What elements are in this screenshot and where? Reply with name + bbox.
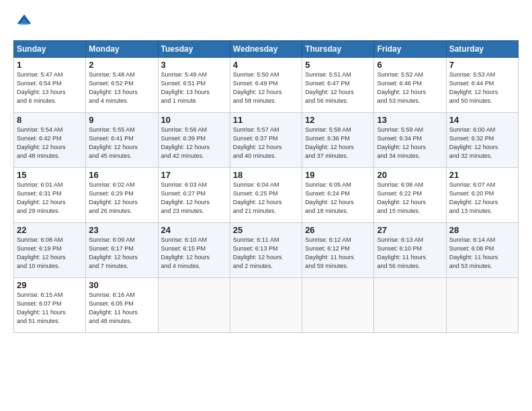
day-number: 30 (89, 280, 154, 290)
calendar-cell: 24Sunrise: 6:10 AMSunset: 6:15 PMDayligh… (158, 223, 230, 278)
calendar-cell: 2Sunrise: 5:48 AMSunset: 6:52 PMDaylight… (86, 58, 158, 113)
day-number: 16 (89, 170, 154, 180)
cell-details: Sunrise: 6:12 AMSunset: 6:12 PMDaylight:… (305, 236, 371, 271)
day-number: 7 (449, 60, 515, 70)
calendar-cell: 23Sunrise: 6:09 AMSunset: 6:17 PMDayligh… (86, 223, 158, 278)
calendar-cell (374, 278, 446, 333)
cell-details: Sunrise: 6:03 AMSunset: 6:27 PMDaylight:… (161, 181, 227, 216)
day-number: 24 (161, 225, 227, 235)
logo (13, 12, 34, 34)
calendar-cell: 20Sunrise: 6:06 AMSunset: 6:22 PMDayligh… (374, 168, 446, 223)
calendar-week-3: 15Sunrise: 6:01 AMSunset: 6:31 PMDayligh… (14, 168, 519, 223)
cell-details: Sunrise: 5:50 AMSunset: 6:49 PMDaylight:… (233, 71, 299, 105)
day-number: 26 (305, 225, 371, 235)
day-number: 11 (233, 115, 299, 125)
day-number: 9 (89, 115, 154, 125)
calendar-cell: 3Sunrise: 5:49 AMSunset: 6:51 PMDaylight… (158, 58, 230, 113)
day-number: 25 (233, 225, 299, 235)
calendar-cell: 12Sunrise: 5:58 AMSunset: 6:36 PMDayligh… (302, 113, 374, 168)
weekday-header-wednesday: Wednesday (230, 41, 302, 58)
calendar-cell: 10Sunrise: 5:56 AMSunset: 6:39 PMDayligh… (158, 113, 230, 168)
day-number: 12 (305, 115, 371, 125)
calendar-header-row: SundayMondayTuesdayWednesdayThursdayFrid… (14, 41, 519, 58)
day-number: 3 (161, 60, 227, 70)
calendar-week-1: 1Sunrise: 5:47 AMSunset: 6:54 PMDaylight… (14, 58, 519, 113)
day-number: 19 (305, 170, 371, 180)
calendar-cell (158, 278, 230, 333)
calendar-week-5: 29Sunrise: 6:15 AMSunset: 6:07 PMDayligh… (14, 278, 519, 333)
day-number: 27 (377, 225, 443, 235)
page-header (13, 12, 519, 34)
day-number: 28 (449, 225, 515, 235)
cell-details: Sunrise: 6:07 AMSunset: 6:20 PMDaylight:… (449, 181, 515, 216)
calendar-cell: 25Sunrise: 6:11 AMSunset: 6:13 PMDayligh… (230, 223, 302, 278)
calendar-cell: 6Sunrise: 5:52 AMSunset: 6:46 PMDaylight… (374, 58, 446, 113)
calendar-cell: 22Sunrise: 6:08 AMSunset: 6:19 PMDayligh… (14, 223, 86, 278)
day-number: 13 (377, 115, 443, 125)
calendar-week-4: 22Sunrise: 6:08 AMSunset: 6:19 PMDayligh… (14, 223, 519, 278)
cell-details: Sunrise: 6:15 AMSunset: 6:07 PMDaylight:… (17, 291, 83, 326)
calendar-cell (230, 278, 302, 333)
calendar-cell: 26Sunrise: 6:12 AMSunset: 6:12 PMDayligh… (302, 223, 374, 278)
calendar-cell (446, 278, 518, 333)
day-number: 4 (233, 60, 299, 70)
weekday-header-sunday: Sunday (14, 41, 86, 58)
calendar-cell: 5Sunrise: 5:51 AMSunset: 6:47 PMDaylight… (302, 58, 374, 113)
day-number: 18 (233, 170, 299, 180)
cell-details: Sunrise: 6:11 AMSunset: 6:13 PMDaylight:… (233, 236, 299, 271)
day-number: 1 (17, 60, 83, 70)
cell-details: Sunrise: 5:51 AMSunset: 6:47 PMDaylight:… (305, 71, 371, 105)
cell-details: Sunrise: 6:14 AMSunset: 6:08 PMDaylight:… (449, 236, 515, 271)
day-number: 23 (89, 225, 154, 235)
calendar-cell: 16Sunrise: 6:02 AMSunset: 6:29 PMDayligh… (86, 168, 158, 223)
cell-details: Sunrise: 6:01 AMSunset: 6:31 PMDaylight:… (17, 181, 83, 216)
calendar-cell: 21Sunrise: 6:07 AMSunset: 6:20 PMDayligh… (446, 168, 518, 223)
cell-details: Sunrise: 6:08 AMSunset: 6:19 PMDaylight:… (17, 236, 83, 271)
cell-details: Sunrise: 6:13 AMSunset: 6:10 PMDaylight:… (377, 236, 443, 271)
day-number: 14 (449, 115, 515, 125)
cell-details: Sunrise: 5:47 AMSunset: 6:54 PMDaylight:… (17, 71, 83, 105)
weekday-header-friday: Friday (374, 41, 446, 58)
day-number: 6 (377, 60, 443, 70)
cell-details: Sunrise: 5:57 AMSunset: 6:37 PMDaylight:… (233, 126, 299, 161)
cell-details: Sunrise: 5:49 AMSunset: 6:51 PMDaylight:… (161, 71, 227, 105)
day-number: 22 (17, 225, 83, 235)
cell-details: Sunrise: 5:58 AMSunset: 6:36 PMDaylight:… (305, 126, 371, 161)
cell-details: Sunrise: 6:02 AMSunset: 6:29 PMDaylight:… (89, 181, 154, 216)
calendar-cell: 15Sunrise: 6:01 AMSunset: 6:31 PMDayligh… (14, 168, 86, 223)
weekday-header-saturday: Saturday (446, 41, 518, 58)
calendar-cell: 17Sunrise: 6:03 AMSunset: 6:27 PMDayligh… (158, 168, 230, 223)
calendar-week-2: 8Sunrise: 5:54 AMSunset: 6:42 PMDaylight… (14, 113, 519, 168)
day-number: 17 (161, 170, 227, 180)
calendar-cell: 28Sunrise: 6:14 AMSunset: 6:08 PMDayligh… (446, 223, 518, 278)
day-number: 2 (89, 60, 154, 70)
calendar-cell: 1Sunrise: 5:47 AMSunset: 6:54 PMDaylight… (14, 58, 86, 113)
calendar-cell: 30Sunrise: 6:16 AMSunset: 6:05 PMDayligh… (86, 278, 158, 333)
cell-details: Sunrise: 6:04 AMSunset: 6:25 PMDaylight:… (233, 181, 299, 216)
cell-details: Sunrise: 6:00 AMSunset: 6:32 PMDaylight:… (449, 126, 515, 161)
cell-details: Sunrise: 6:16 AMSunset: 6:05 PMDaylight:… (89, 291, 154, 326)
calendar-cell (302, 278, 374, 333)
day-number: 8 (17, 115, 83, 125)
cell-details: Sunrise: 6:06 AMSunset: 6:22 PMDaylight:… (377, 181, 443, 216)
calendar-cell: 14Sunrise: 6:00 AMSunset: 6:32 PMDayligh… (446, 113, 518, 168)
weekday-header-tuesday: Tuesday (158, 41, 230, 58)
cell-details: Sunrise: 5:52 AMSunset: 6:46 PMDaylight:… (377, 71, 443, 105)
day-number: 20 (377, 170, 443, 180)
cell-details: Sunrise: 5:48 AMSunset: 6:52 PMDaylight:… (89, 71, 154, 105)
calendar-cell: 4Sunrise: 5:50 AMSunset: 6:49 PMDaylight… (230, 58, 302, 113)
calendar-cell: 18Sunrise: 6:04 AMSunset: 6:25 PMDayligh… (230, 168, 302, 223)
day-number: 5 (305, 60, 371, 70)
cell-details: Sunrise: 6:05 AMSunset: 6:24 PMDaylight:… (305, 181, 371, 216)
calendar-cell: 29Sunrise: 6:15 AMSunset: 6:07 PMDayligh… (14, 278, 86, 333)
calendar-cell: 9Sunrise: 5:55 AMSunset: 6:41 PMDaylight… (86, 113, 158, 168)
day-number: 15 (17, 170, 83, 180)
calendar-cell: 27Sunrise: 6:13 AMSunset: 6:10 PMDayligh… (374, 223, 446, 278)
day-number: 29 (17, 280, 83, 290)
calendar-cell: 8Sunrise: 5:54 AMSunset: 6:42 PMDaylight… (14, 113, 86, 168)
cell-details: Sunrise: 5:59 AMSunset: 6:34 PMDaylight:… (377, 126, 443, 161)
calendar-cell: 19Sunrise: 6:05 AMSunset: 6:24 PMDayligh… (302, 168, 374, 223)
day-number: 21 (449, 170, 515, 180)
calendar-cell: 13Sunrise: 5:59 AMSunset: 6:34 PMDayligh… (374, 113, 446, 168)
calendar-cell: 11Sunrise: 5:57 AMSunset: 6:37 PMDayligh… (230, 113, 302, 168)
